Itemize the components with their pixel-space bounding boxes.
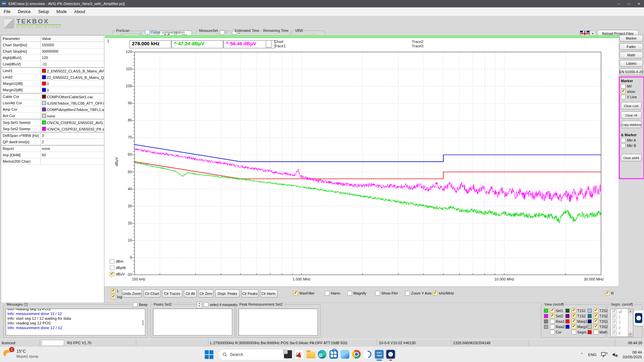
menu-mode[interactable]: Mode [53, 8, 70, 15]
view-checkbox-set2[interactable]: Set2 [544, 314, 563, 318]
select-maxpeaks-checkbox[interactable]: select 4 maxpeaks [203, 302, 238, 307]
axis-checkbox-log[interactable]: log [111, 295, 122, 299]
segments-scrollbar[interactable]: ▲ ▼ [628, 309, 633, 337]
table-row[interactable]: Margin1[dB]0 [1, 81, 114, 87]
close-icon[interactable]: ✕ [634, 0, 644, 7]
delta-marker-checkbox-mkr-a[interactable]: Mkr A [621, 138, 642, 143]
copy-markers-button[interactable]: Copy Markers [621, 121, 642, 128]
view-checkbox-t1s1[interactable]: T1S1 [565, 308, 586, 313]
axis-checkbox-r[interactable]: R [605, 291, 614, 296]
view-checkbox-t2s1[interactable]: T2S1 [588, 308, 608, 313]
messages-list[interactable]: Info: reading seg 11 POSInfo: measuremen… [6, 309, 145, 335]
snip-tool-taskbar-icon[interactable] [283, 349, 293, 360]
menu-setup[interactable]: Setup [34, 8, 53, 15]
table-row[interactable]: Chart Start[Hz]150000 [1, 42, 114, 48]
language-indicator[interactable]: ENG [588, 353, 597, 357]
photos-taskbar-icon[interactable] [340, 349, 350, 360]
app-swoosh-taskbar-icon[interactable] [362, 349, 373, 360]
tray-chevron-up-icon[interactable]: ⌃ [580, 352, 583, 357]
network-icon[interactable] [601, 352, 607, 357]
teamviewer-taskbar-icon[interactable]: ↔ [385, 349, 396, 360]
menu-file[interactable]: File [0, 8, 14, 15]
clear-delta-marker-button[interactable]: Clear ΔMrk [621, 154, 642, 161]
marker-checkbox-m-[interactable]: M# [621, 84, 642, 89]
table-row[interactable]: QP dwell time[s]2 [1, 139, 114, 146]
table-row[interactable]: Seg-Set1 SweepCN\CN_CISPR32_EN55032_AVG.… [1, 119, 114, 126]
emc-spectrum-plot[interactable] [132, 52, 602, 275]
sidebar-button-math[interactable]: Math [620, 52, 643, 58]
marker-frequency-field[interactable]: 278.000 kHz [130, 40, 171, 48]
file-explorer-taskbar-icon[interactable] [305, 349, 316, 360]
table-row[interactable]: Cable CorCOMP\Other\CableSet1.cac [1, 93, 114, 100]
chart-option-checkbox-show-pk-[interactable]: Show Pk# [375, 291, 398, 296]
view-checkbox-t3s2[interactable]: T3S2 [588, 324, 608, 329]
clr-traces-button[interactable]: Clr Traces [162, 290, 182, 298]
table-row[interactable]: Margin2[dB]0 [1, 87, 114, 94]
maximize-icon[interactable]: □ [624, 0, 634, 7]
marker-checkbox-v-line[interactable]: V Line [621, 95, 642, 99]
volume-muted-icon[interactable] [612, 352, 618, 357]
table-row[interactable]: High[dBuV]120 [1, 55, 114, 61]
view-checkbox-t3s1[interactable]: T3S1 [588, 319, 608, 324]
clr-chart-button[interactable]: Clr Chart [144, 290, 160, 298]
view-checkbox-segm-[interactable]: Segm. [565, 330, 587, 334]
table-row[interactable]: Ant Cornone [1, 113, 114, 119]
sidebar-button-labels[interactable]: Labels [620, 60, 643, 67]
table-row[interactable]: Memo(200 Char) [1, 158, 114, 165]
table-row[interactable]: Limit222_EN55022_CLASS_B_Mains_QP.lim [1, 74, 114, 81]
unit-checkbox-dbuv[interactable]: dBuV [110, 272, 126, 276]
menu-device[interactable]: Device [14, 8, 34, 15]
sidebar-button-marker[interactable]: Marker [620, 35, 643, 42]
table-row[interactable]: Imp [OHM]50 [1, 152, 114, 158]
chart-option-checkbox-maxfilter[interactable]: MaxFilter [293, 291, 314, 296]
view-checkbox-math[interactable]: Math [588, 330, 607, 334]
scroll-up-icon[interactable]: ▲ [628, 309, 633, 313]
view-checkbox-raw2[interactable]: Raw2 [544, 324, 565, 329]
weather-widget[interactable]: 2 15°C Μερική ηλιοφ. [3, 348, 39, 359]
view-checkbox-marg2[interactable]: Marg2 [565, 324, 587, 329]
teamviewer-overlay-widget[interactable]: ↔ [634, 310, 644, 326]
minimize-icon[interactable]: ─ [614, 0, 624, 7]
clear-all-button[interactable]: Clear All [621, 111, 642, 119]
segments-listbox[interactable]: all1234 ▲ ▼ [610, 309, 633, 337]
table-row[interactable]: Limit12_EN55022_CLASS_B_Mains_AVG.lim [1, 67, 114, 74]
view-checkbox-set1[interactable]: Set1 [544, 308, 563, 313]
microsoft-store-taskbar-icon[interactable] [328, 349, 339, 360]
sidebar-button-en-61000-4-20[interactable]: EN 61000-4-20 [620, 68, 643, 75]
chart-option-checkbox-zoom-y-axis[interactable]: Zoom Y Axis [405, 291, 432, 296]
sidebar-button-fader[interactable]: Fader [620, 43, 643, 50]
menu-about[interactable]: About [70, 8, 89, 15]
delta-marker-checkbox-mkr-b[interactable]: Mkr B [621, 143, 642, 148]
irfanview-taskbar-icon[interactable] [294, 349, 305, 360]
displ-peaks-button[interactable]: Displ. Peaks [215, 290, 240, 298]
unit-checkbox-dbpw[interactable]: dBpW [110, 265, 126, 270]
start-button[interactable] [204, 350, 214, 360]
taskbar-search-input[interactable]: Search [218, 349, 288, 360]
messages-scrollbar[interactable] [143, 320, 143, 325]
view-checkbox-t2s2[interactable]: T2S2 [588, 314, 608, 318]
table-row[interactable]: Chart Stop[Hz]30000000 [1, 48, 114, 55]
marker-checkbox-show[interactable]: show [621, 89, 642, 94]
peak-remeasurement-list[interactable] [239, 309, 318, 335]
table-row[interactable]: Amp CorCOMP\Amplifiers\Tekbox_TBFL1.amp [1, 106, 114, 113]
trace1-marker-value-field[interactable]: ^ 47.24 dBμV [171, 40, 223, 48]
chart-option-checkbox-khz-mhz[interactable]: kHz/MHz [433, 291, 454, 296]
chart-option-checkbox-harm-[interactable]: Harm. [325, 291, 341, 296]
table-row[interactable]: DriftSpan n*RBW [Hz]3 [1, 132, 114, 139]
clr-zero-button[interactable]: Clr Zero [198, 290, 213, 298]
beep-checkbox[interactable]: Beep [132, 302, 148, 307]
view-checkbox-t1s2[interactable]: T1S2 [565, 314, 586, 318]
axis-checkbox-l[interactable]: L [111, 289, 122, 293]
clr-all-button[interactable]: Clr All [184, 290, 197, 298]
edge-taskbar-icon[interactable] [317, 349, 328, 360]
chrome-taskbar-icon[interactable] [351, 349, 362, 360]
view-checkbox-cor[interactable]: Cor [544, 330, 561, 334]
table-row[interactable]: Lisn/Att Cor\LISN\Tekbox_TBLC08_ATT_OFF.… [1, 100, 114, 106]
maxpeaks-spinner[interactable]: ▲▼ [197, 302, 202, 308]
view-checkbox-raw1[interactable]: Raw1 [544, 319, 565, 324]
table-row[interactable]: Reportnone [1, 145, 114, 152]
table-row[interactable]: Seg-Set2 Sweep\CN\CN_CISPR32_EN55032_PK.… [1, 126, 114, 133]
emcview-taskbar-icon[interactable]: EMCview [374, 349, 385, 360]
undo-zoom-button[interactable]: Undo Zoom [122, 290, 142, 298]
table-row[interactable]: Low[dBuV]-11 [1, 61, 114, 68]
